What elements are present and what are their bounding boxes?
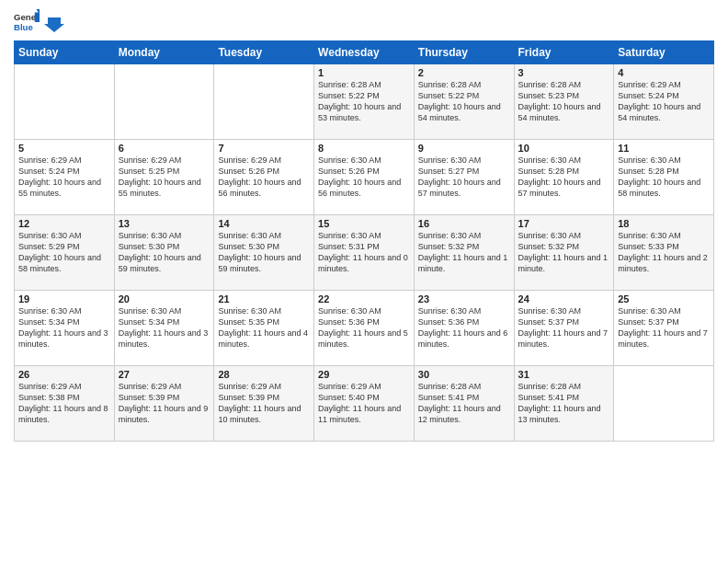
- week-row-1: 5Sunrise: 6:29 AM Sunset: 5:24 PM Daylig…: [15, 140, 714, 215]
- day-info: Sunrise: 6:30 AM Sunset: 5:30 PM Dayligh…: [218, 230, 310, 275]
- day-info: Sunrise: 6:30 AM Sunset: 5:36 PM Dayligh…: [418, 305, 510, 350]
- day-info: Sunrise: 6:30 AM Sunset: 5:30 PM Dayligh…: [119, 230, 210, 275]
- day-info: Sunrise: 6:30 AM Sunset: 5:29 PM Dayligh…: [18, 230, 110, 275]
- day-cell: 16Sunrise: 6:30 AM Sunset: 5:32 PM Dayli…: [414, 215, 514, 291]
- day-number: 2: [418, 67, 510, 78]
- day-cell: 27Sunrise: 6:29 AM Sunset: 5:39 PM Dayli…: [114, 366, 214, 442]
- day-cell: 9Sunrise: 6:30 AM Sunset: 5:27 PM Daylig…: [414, 140, 514, 215]
- weekday-header-sunday: Sunday: [15, 41, 115, 64]
- weekday-header-monday: Monday: [114, 41, 214, 64]
- day-number: 19: [18, 293, 110, 304]
- day-info: Sunrise: 6:30 AM Sunset: 5:32 PM Dayligh…: [518, 230, 610, 275]
- day-info: Sunrise: 6:28 AM Sunset: 5:41 PM Dayligh…: [418, 381, 510, 426]
- day-cell: 3Sunrise: 6:28 AM Sunset: 5:23 PM Daylig…: [514, 64, 614, 140]
- day-info: Sunrise: 6:29 AM Sunset: 5:25 PM Dayligh…: [119, 155, 210, 200]
- day-info: Sunrise: 6:29 AM Sunset: 5:40 PM Dayligh…: [318, 381, 410, 426]
- day-cell: [114, 64, 214, 140]
- day-number: 7: [218, 143, 310, 154]
- day-info: Sunrise: 6:28 AM Sunset: 5:22 PM Dayligh…: [318, 79, 410, 124]
- day-number: 3: [518, 67, 610, 78]
- day-info: Sunrise: 6:30 AM Sunset: 5:34 PM Dayligh…: [119, 305, 210, 350]
- day-number: 13: [119, 218, 210, 229]
- day-number: 8: [318, 143, 410, 154]
- day-info: Sunrise: 6:28 AM Sunset: 5:22 PM Dayligh…: [418, 79, 510, 124]
- day-cell: 17Sunrise: 6:30 AM Sunset: 5:32 PM Dayli…: [514, 215, 614, 291]
- day-number: 17: [518, 218, 610, 229]
- day-cell: 1Sunrise: 6:28 AM Sunset: 5:22 PM Daylig…: [314, 64, 415, 140]
- day-number: 12: [18, 218, 110, 229]
- day-number: 14: [218, 218, 310, 229]
- day-cell: 24Sunrise: 6:30 AM Sunset: 5:37 PM Dayli…: [514, 291, 614, 366]
- day-number: 28: [218, 369, 310, 380]
- calendar-table: SundayMondayTuesdayWednesdayThursdayFrid…: [14, 40, 714, 442]
- day-cell: 12Sunrise: 6:30 AM Sunset: 5:29 PM Dayli…: [15, 215, 115, 291]
- day-number: 15: [318, 218, 410, 229]
- day-info: Sunrise: 6:30 AM Sunset: 5:37 PM Dayligh…: [518, 305, 610, 350]
- day-cell: 13Sunrise: 6:30 AM Sunset: 5:30 PM Dayli…: [114, 215, 214, 291]
- header: General Blue: [14, 9, 714, 35]
- day-number: 1: [318, 67, 410, 78]
- svg-text:Blue: Blue: [14, 22, 33, 32]
- calendar-container: General Blue SundayMondayT: [0, 0, 728, 451]
- day-number: 31: [518, 369, 610, 380]
- day-info: Sunrise: 6:28 AM Sunset: 5:23 PM Dayligh…: [518, 79, 610, 124]
- day-cell: 7Sunrise: 6:29 AM Sunset: 5:26 PM Daylig…: [214, 140, 314, 215]
- day-number: 23: [418, 293, 510, 304]
- day-cell: 29Sunrise: 6:29 AM Sunset: 5:40 PM Dayli…: [314, 366, 415, 442]
- day-number: 10: [518, 143, 610, 154]
- weekday-header-thursday: Thursday: [414, 41, 514, 64]
- day-cell: 30Sunrise: 6:28 AM Sunset: 5:41 PM Dayli…: [414, 366, 514, 442]
- day-cell: 2Sunrise: 6:28 AM Sunset: 5:22 PM Daylig…: [414, 64, 514, 140]
- day-cell: 4Sunrise: 6:29 AM Sunset: 5:24 PM Daylig…: [614, 64, 714, 140]
- day-info: Sunrise: 6:30 AM Sunset: 5:31 PM Dayligh…: [318, 230, 410, 275]
- day-info: Sunrise: 6:30 AM Sunset: 5:28 PM Dayligh…: [618, 155, 710, 200]
- day-info: Sunrise: 6:28 AM Sunset: 5:41 PM Dayligh…: [518, 381, 610, 426]
- day-cell: [15, 64, 115, 140]
- day-info: Sunrise: 6:29 AM Sunset: 5:39 PM Dayligh…: [119, 381, 210, 426]
- weekday-header-wednesday: Wednesday: [314, 41, 415, 64]
- day-number: 5: [18, 143, 110, 154]
- day-number: 27: [119, 369, 210, 380]
- day-number: 29: [318, 369, 410, 380]
- day-cell: 11Sunrise: 6:30 AM Sunset: 5:28 PM Dayli…: [614, 140, 714, 215]
- logo-arrow-icon: [44, 14, 64, 34]
- day-number: 24: [518, 293, 610, 304]
- logo-icon: General Blue: [14, 9, 40, 35]
- day-number: 6: [119, 143, 210, 154]
- day-info: Sunrise: 6:30 AM Sunset: 5:26 PM Dayligh…: [318, 155, 410, 200]
- svg-marker-3: [35, 13, 40, 23]
- day-number: 16: [418, 218, 510, 229]
- day-cell: 28Sunrise: 6:29 AM Sunset: 5:39 PM Dayli…: [214, 366, 314, 442]
- day-cell: 25Sunrise: 6:30 AM Sunset: 5:37 PM Dayli…: [614, 291, 714, 366]
- day-number: 21: [218, 293, 310, 304]
- day-cell: 31Sunrise: 6:28 AM Sunset: 5:41 PM Dayli…: [514, 366, 614, 442]
- day-number: 20: [119, 293, 210, 304]
- week-row-2: 12Sunrise: 6:30 AM Sunset: 5:29 PM Dayli…: [15, 215, 714, 291]
- day-number: 11: [618, 143, 710, 154]
- day-number: 4: [618, 67, 710, 78]
- day-info: Sunrise: 6:30 AM Sunset: 5:27 PM Dayligh…: [418, 155, 510, 200]
- weekday-header-row: SundayMondayTuesdayWednesdayThursdayFrid…: [15, 41, 714, 64]
- day-number: 25: [618, 293, 710, 304]
- day-info: Sunrise: 6:30 AM Sunset: 5:37 PM Dayligh…: [618, 305, 710, 350]
- week-row-4: 26Sunrise: 6:29 AM Sunset: 5:38 PM Dayli…: [15, 366, 714, 442]
- day-cell: 21Sunrise: 6:30 AM Sunset: 5:35 PM Dayli…: [214, 291, 314, 366]
- day-cell: 18Sunrise: 6:30 AM Sunset: 5:33 PM Dayli…: [614, 215, 714, 291]
- day-info: Sunrise: 6:30 AM Sunset: 5:32 PM Dayligh…: [418, 230, 510, 275]
- day-number: 9: [418, 143, 510, 154]
- day-cell: [614, 366, 714, 442]
- day-info: Sunrise: 6:30 AM Sunset: 5:34 PM Dayligh…: [18, 305, 110, 350]
- day-info: Sunrise: 6:29 AM Sunset: 5:24 PM Dayligh…: [18, 155, 110, 200]
- day-cell: 10Sunrise: 6:30 AM Sunset: 5:28 PM Dayli…: [514, 140, 614, 215]
- day-cell: 20Sunrise: 6:30 AM Sunset: 5:34 PM Dayli…: [114, 291, 214, 366]
- day-cell: 14Sunrise: 6:30 AM Sunset: 5:30 PM Dayli…: [214, 215, 314, 291]
- day-cell: 8Sunrise: 6:30 AM Sunset: 5:26 PM Daylig…: [314, 140, 415, 215]
- day-number: 30: [418, 369, 510, 380]
- day-cell: 26Sunrise: 6:29 AM Sunset: 5:38 PM Dayli…: [15, 366, 115, 442]
- day-info: Sunrise: 6:29 AM Sunset: 5:39 PM Dayligh…: [218, 381, 310, 426]
- day-cell: 19Sunrise: 6:30 AM Sunset: 5:34 PM Dayli…: [15, 291, 115, 366]
- svg-marker-5: [44, 17, 64, 32]
- day-info: Sunrise: 6:29 AM Sunset: 5:26 PM Dayligh…: [218, 155, 310, 200]
- day-cell: 22Sunrise: 6:30 AM Sunset: 5:36 PM Dayli…: [314, 291, 415, 366]
- day-info: Sunrise: 6:30 AM Sunset: 5:36 PM Dayligh…: [318, 305, 410, 350]
